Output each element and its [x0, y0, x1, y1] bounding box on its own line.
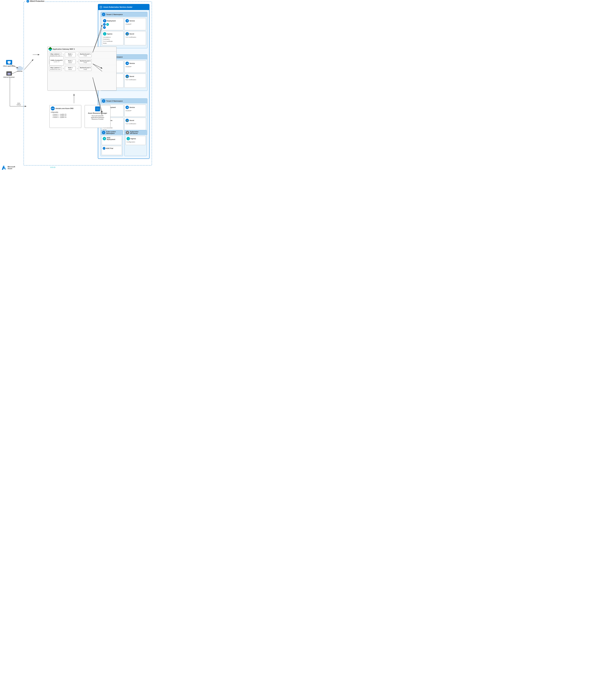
- svg-point-11: [18, 66, 22, 69]
- agic-pod-icon: P: [103, 147, 106, 150]
- appgw-icon: [48, 47, 52, 51]
- service-icon-ns2: ⚙: [126, 62, 129, 65]
- secret-icon-ns3: 🔒: [126, 119, 129, 122]
- ingress-config-icon: ⤵: [127, 137, 130, 140]
- aks-icon: ⬡: [100, 5, 102, 9]
- dns-circle-icon: DNS: [51, 107, 55, 110]
- backend-2: Backend pool 2 Pods: [79, 59, 92, 64]
- arrow-1a: →: [63, 54, 64, 56]
- browser-svg: [7, 72, 11, 75]
- svg-rect-2: [7, 61, 10, 63]
- secret-box-ns2: 🔒 Secret TLS Certification: [125, 74, 146, 88]
- azure-logo-svg: [1, 165, 6, 170]
- client-svg: [7, 61, 11, 64]
- bottom-decorative-dots: ⟡⟡⟡: [50, 166, 56, 169]
- ingress-config-box: ⤵ Ingress Configuration: [126, 136, 146, 145]
- service-box-ns3: ⚙ Service ClusterIP: [125, 105, 146, 117]
- pod1-ns1: P: [103, 23, 106, 26]
- arm-icon: ⬡: [95, 107, 100, 111]
- deployment-icon-ns1: ↻: [103, 19, 106, 22]
- rule-2: Rule 2 Basic: [65, 59, 75, 64]
- pod2-ns1: P: [106, 23, 109, 26]
- cloud-svg: [16, 65, 24, 71]
- svg-rect-7: [7, 73, 10, 75]
- service-icon-ns1: ⚙: [126, 19, 129, 22]
- internet-browser: Internet browser: [0, 71, 18, 78]
- dns-box: DNS domain.com Azure DNS A Records: • Te…: [49, 105, 81, 128]
- svg-text:🛡: 🛡: [27, 0, 28, 2]
- service-box-ns2: ⚙ Service ClusterIP: [125, 61, 146, 73]
- arrow-3a: →: [63, 67, 64, 70]
- agic-pod-box: P AGIC Pod: [102, 146, 122, 155]
- rule-3: Rule 3 Basic: [65, 66, 75, 71]
- namespace-icon: ⬡: [102, 13, 105, 16]
- ddos-label: 🛡 DDoS Protection: [25, 0, 45, 3]
- tenant3-namespace-header: ⬡ Tenant 3 Namespace: [101, 98, 147, 104]
- secret-box-ns1: 🔒 Secret TLS Certification: [125, 31, 146, 45]
- frontend-ip-box: Public Frontend IP <public IP>: [49, 56, 64, 66]
- ms-azure-logo: Microsoft Azure: [1, 165, 15, 170]
- kube-system-namespace: ⬡ Kube-system Namespace ↻ AGIC deploymen…: [101, 130, 123, 156]
- secret-box-ns3: 🔒 Secret TLS Certification: [125, 118, 146, 132]
- svg-rect-4: [8, 64, 10, 64]
- arrow-1b: →: [76, 54, 78, 56]
- ingress-icon-ns1: ⤵: [103, 32, 106, 36]
- arm-box: ⬡ Azure Resource Manager Microsoft.Netwo…: [85, 105, 110, 128]
- agic-deployment-box: ↻ AGIC deployment: [102, 136, 122, 145]
- secret-icon-ns2: 🔒: [126, 75, 129, 78]
- aks-cluster-header: ⬡ Azure Kubernetes Service cluster: [98, 4, 149, 10]
- agic-deployment-icon: ↻: [103, 137, 106, 140]
- dns-header: DNS domain.com Azure DNS: [51, 107, 80, 110]
- app-gateway-header: Application Gateway WAF 2: [48, 47, 116, 51]
- k8s-api-icon: ⚙: [126, 131, 129, 134]
- client-icon: [6, 60, 12, 65]
- dns-records: • Tenant 1 – <public IP> • Tenant 2 – <p…: [51, 114, 80, 118]
- arrow-2b: →: [76, 61, 78, 63]
- k8s-api-server: ⚙ Kubernetes API Server ⤵ Ingress Config…: [125, 130, 147, 156]
- app-gateway-box: Application Gateway WAF 2 Http Listener …: [47, 47, 116, 91]
- backend-3: Backend pool 3 Pods: [79, 66, 92, 71]
- svg-rect-6: [7, 72, 11, 73]
- ddos-icon: 🛡: [26, 0, 29, 3]
- listener-3: Http Listener 3 tenant3.foo.com: [49, 66, 62, 71]
- appgw-row-3: Http Listener 3 tenant3.foo.com → Rule 3…: [48, 65, 116, 72]
- ingress-box-ns1: ⤵ Ingress Annotations Hostname TLS Certi…: [102, 31, 124, 45]
- secret-icon-ns1: 🔒: [126, 32, 129, 36]
- namespace-icon-ns3: ⬡: [102, 99, 105, 102]
- rule-1: Rule 1 Basic: [65, 52, 75, 57]
- internet-cloud: Internet: [15, 65, 24, 72]
- service-icon-ns3: ⚙: [126, 106, 129, 109]
- ddos-boundary: 🛡 DDoS Protection ⬡ Azure Kubernetes Ser…: [24, 1, 152, 165]
- pod3-ns1: P: [103, 26, 106, 29]
- dns-lookup-label: DNS lookup: [17, 102, 21, 106]
- arrow-3b: →: [76, 67, 78, 70]
- k8s-api-header: ⚙ Kubernetes API Server: [125, 130, 147, 135]
- kube-system-header: ⬡ Kube-system Namespace: [101, 130, 123, 135]
- kube-system-icon: ⬡: [102, 131, 105, 134]
- svg-rect-3: [8, 63, 10, 64]
- browser-icon: [6, 71, 12, 76]
- tenant1-namespace: ⬡ Tenant 1 Namespace ↻ Deployment P P: [101, 12, 147, 48]
- service-box-ns1: ⚙ Service ClusterIP: [125, 18, 146, 30]
- backend-1: Backend pool 1 Pods: [79, 52, 92, 57]
- deployment-box-ns1: ↻ Deployment P P P: [102, 18, 124, 30]
- tenant1-namespace-header: ⬡ Tenant 1 Namespace: [101, 12, 147, 17]
